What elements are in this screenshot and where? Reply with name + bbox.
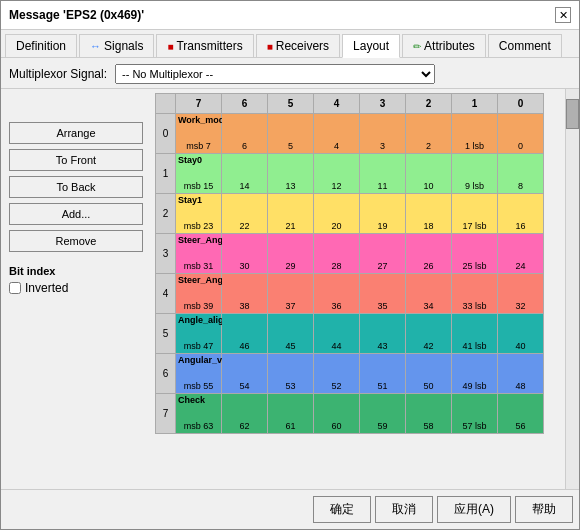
bit-cell-1-4[interactable]: 11 xyxy=(360,154,406,194)
bit-cell-4-0[interactable]: Steer_Angle_Lmsb 39 xyxy=(176,274,222,314)
bit-cell-3-5[interactable]: 26 xyxy=(406,234,452,274)
bit-cell-2-2[interactable]: 21 xyxy=(268,194,314,234)
tab-signals[interactable]: ↔ Signals xyxy=(79,34,154,57)
bit-number-2-4: 19 xyxy=(360,221,405,231)
bit-number-3-7: 24 xyxy=(498,261,543,271)
bit-cell-5-4[interactable]: 43 xyxy=(360,314,406,354)
bottom-bar: 确定 取消 应用(A) 帮助 xyxy=(1,489,579,529)
bit-cell-1-7[interactable]: 8 xyxy=(498,154,544,194)
bit-cell-6-5[interactable]: 50 xyxy=(406,354,452,394)
remove-button[interactable]: Remove xyxy=(9,230,143,252)
col-header-3: 3 xyxy=(360,94,406,114)
bit-cell-2-7[interactable]: 16 xyxy=(498,194,544,234)
bit-cell-4-5[interactable]: 34 xyxy=(406,274,452,314)
bit-cell-6-6[interactable]: 49 lsb xyxy=(452,354,498,394)
bit-cell-7-3[interactable]: 60 xyxy=(314,394,360,434)
bit-cell-4-6[interactable]: 33 lsb xyxy=(452,274,498,314)
bit-cell-4-2[interactable]: 37 xyxy=(268,274,314,314)
confirm-button[interactable]: 确定 xyxy=(313,496,371,523)
bit-cell-1-5[interactable]: 10 xyxy=(406,154,452,194)
transmitters-icon: ■ xyxy=(167,41,173,52)
bit-cell-4-1[interactable]: 38 xyxy=(222,274,268,314)
grid-area[interactable]: 7 6 5 4 3 2 1 0 0Work_modemsb 7654321 ls… xyxy=(151,89,565,489)
table-row: 7Checkmsb 63626160595857 lsb56 xyxy=(156,394,544,434)
bit-cell-3-4[interactable]: 27 xyxy=(360,234,406,274)
bit-cell-7-4[interactable]: 59 xyxy=(360,394,406,434)
bit-cell-2-0[interactable]: Stay1msb 23 xyxy=(176,194,222,234)
cancel-button[interactable]: 取消 xyxy=(375,496,433,523)
bit-cell-2-6[interactable]: 17 lsb xyxy=(452,194,498,234)
bit-cell-3-2[interactable]: 29 xyxy=(268,234,314,274)
bit-cell-5-1[interactable]: 46 xyxy=(222,314,268,354)
bit-cell-3-0[interactable]: Steer_Angle_Hmsb 31 xyxy=(176,234,222,274)
bit-cell-5-7[interactable]: 40 xyxy=(498,314,544,354)
bit-cell-3-6[interactable]: 25 lsb xyxy=(452,234,498,274)
bit-cell-2-3[interactable]: 20 xyxy=(314,194,360,234)
bit-number-5-3: 44 xyxy=(314,341,359,351)
bit-cell-3-7[interactable]: 24 xyxy=(498,234,544,274)
bit-cell-2-5[interactable]: 18 xyxy=(406,194,452,234)
bit-cell-5-0[interactable]: Angle_alignmentmsb 47 xyxy=(176,314,222,354)
bit-number-2-2: 21 xyxy=(268,221,313,231)
mux-select[interactable]: -- No Multiplexor -- xyxy=(115,64,435,84)
tab-attributes[interactable]: ✏ Attributes xyxy=(402,34,486,57)
bit-cell-0-2[interactable]: 5 xyxy=(268,114,314,154)
bit-cell-6-7[interactable]: 48 xyxy=(498,354,544,394)
apply-button[interactable]: 应用(A) xyxy=(437,496,511,523)
bit-cell-7-1[interactable]: 62 xyxy=(222,394,268,434)
bit-number-5-5: 42 xyxy=(406,341,451,351)
tab-definition[interactable]: Definition xyxy=(5,34,77,57)
to-front-button[interactable]: To Front xyxy=(9,149,143,171)
to-back-button[interactable]: To Back xyxy=(9,176,143,198)
bit-cell-1-6[interactable]: 9 lsb xyxy=(452,154,498,194)
bit-cell-5-5[interactable]: 42 xyxy=(406,314,452,354)
bit-cell-0-1[interactable]: 6 xyxy=(222,114,268,154)
bit-cell-7-5[interactable]: 58 xyxy=(406,394,452,434)
bit-cell-5-3[interactable]: 44 xyxy=(314,314,360,354)
bit-cell-0-5[interactable]: 2 xyxy=(406,114,452,154)
bit-cell-4-4[interactable]: 35 xyxy=(360,274,406,314)
bit-number-6-5: 50 xyxy=(406,381,451,391)
arrange-button[interactable]: Arrange xyxy=(9,122,143,144)
tab-comment[interactable]: Comment xyxy=(488,34,562,57)
bit-cell-0-4[interactable]: 3 xyxy=(360,114,406,154)
bit-cell-0-7[interactable]: 0 xyxy=(498,114,544,154)
bit-cell-6-1[interactable]: 54 xyxy=(222,354,268,394)
bit-cell-2-4[interactable]: 19 xyxy=(360,194,406,234)
bit-cell-7-6[interactable]: 57 lsb xyxy=(452,394,498,434)
inverted-checkbox[interactable] xyxy=(9,282,21,294)
tab-transmitters[interactable]: ■ Transmitters xyxy=(156,34,253,57)
tab-receivers[interactable]: ■ Receivers xyxy=(256,34,340,57)
bit-cell-3-3[interactable]: 28 xyxy=(314,234,360,274)
bit-cell-3-1[interactable]: 30 xyxy=(222,234,268,274)
bit-number-7-5: 58 xyxy=(406,421,451,431)
bit-cell-5-6[interactable]: 41 lsb xyxy=(452,314,498,354)
bit-cell-6-0[interactable]: Angular_velocitymsb 55 xyxy=(176,354,222,394)
bit-cell-5-2[interactable]: 45 xyxy=(268,314,314,354)
vertical-scrollbar[interactable] xyxy=(565,89,579,489)
bit-cell-1-0[interactable]: Stay0msb 15 xyxy=(176,154,222,194)
bit-cell-4-7[interactable]: 32 xyxy=(498,274,544,314)
bit-cell-0-0[interactable]: Work_modemsb 7 xyxy=(176,114,222,154)
add-button[interactable]: Add... xyxy=(9,203,143,225)
row-header-6: 6 xyxy=(156,354,176,394)
bit-cell-6-2[interactable]: 53 xyxy=(268,354,314,394)
bit-cell-1-2[interactable]: 13 xyxy=(268,154,314,194)
bit-cell-7-2[interactable]: 61 xyxy=(268,394,314,434)
bit-cell-4-3[interactable]: 36 xyxy=(314,274,360,314)
bit-number-1-7: 8 xyxy=(498,181,543,191)
help-button[interactable]: 帮助 xyxy=(515,496,573,523)
bit-index-label: Bit index xyxy=(9,265,143,277)
bit-cell-6-3[interactable]: 52 xyxy=(314,354,360,394)
tab-layout[interactable]: Layout xyxy=(342,34,400,58)
scroll-thumb[interactable] xyxy=(566,99,579,129)
close-button[interactable]: ✕ xyxy=(555,7,571,23)
bit-cell-0-6[interactable]: 1 lsb xyxy=(452,114,498,154)
bit-cell-6-4[interactable]: 51 xyxy=(360,354,406,394)
bit-cell-2-1[interactable]: 22 xyxy=(222,194,268,234)
bit-cell-1-1[interactable]: 14 xyxy=(222,154,268,194)
bit-cell-0-3[interactable]: 4 xyxy=(314,114,360,154)
bit-cell-7-7[interactable]: 56 xyxy=(498,394,544,434)
bit-cell-1-3[interactable]: 12 xyxy=(314,154,360,194)
bit-cell-7-0[interactable]: Checkmsb 63 xyxy=(176,394,222,434)
